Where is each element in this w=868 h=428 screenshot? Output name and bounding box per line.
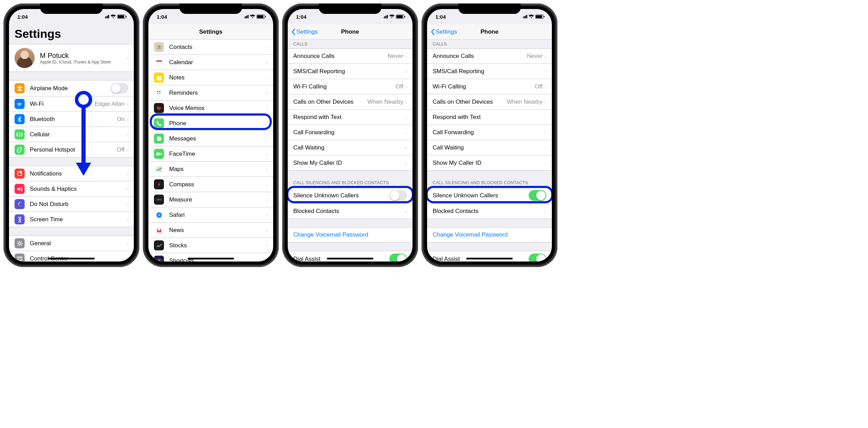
- row-sms[interactable]: SMS/Call Reporting›: [288, 64, 413, 79]
- dial-assist-toggle[interactable]: [529, 254, 546, 262]
- row-compass[interactable]: Compass›: [148, 177, 273, 192]
- svg-rect-5: [17, 259, 19, 261]
- svg-point-2: [19, 242, 21, 245]
- row-announce[interactable]: Announce CallsNever›: [288, 49, 413, 64]
- home-indicator[interactable]: [327, 258, 373, 259]
- row-sounds[interactable]: Sounds & Haptics›: [9, 181, 134, 197]
- compass-icon: [154, 179, 164, 189]
- row-news[interactable]: News›: [148, 223, 273, 238]
- row-dnd[interactable]: Do Not Disturb›: [9, 197, 134, 212]
- row-messages[interactable]: Messages›: [148, 131, 273, 146]
- row-announce[interactable]: Announce CallsNever›: [427, 49, 552, 64]
- row-blocked[interactable]: Blocked Contacts›: [427, 204, 552, 219]
- row-airplane[interactable]: Airplane Mode: [9, 80, 134, 96]
- row-reminders[interactable]: Reminders›: [148, 85, 273, 101]
- svg-rect-23: [156, 199, 162, 201]
- row-other[interactable]: Calls on Other DevicesWhen Nearby›: [288, 94, 413, 110]
- row-label: Calendar: [169, 59, 266, 66]
- row-label: Compass: [169, 181, 266, 188]
- row-fwd[interactable]: Call Forwarding›: [427, 125, 552, 140]
- row-contacts[interactable]: Contacts›: [148, 40, 273, 55]
- row-vmemos[interactable]: Voice Memos›: [148, 101, 273, 116]
- row-wificall[interactable]: Wi-Fi CallingOff›: [288, 79, 413, 94]
- row-stocks[interactable]: Stocks›: [148, 238, 273, 253]
- row-wait[interactable]: Call Waiting›: [427, 140, 552, 155]
- back-button[interactable]: Settings: [291, 28, 318, 35]
- contacts-icon: [154, 42, 164, 52]
- back-button[interactable]: Settings: [431, 28, 457, 35]
- row-silence-unknown[interactable]: Silence Unknown Callers: [427, 187, 552, 204]
- screen-3: 1:04 Settings Phone CALLSAnnounce CallsN…: [288, 9, 413, 262]
- row-phone[interactable]: Phone›: [148, 116, 273, 131]
- silence-unknown-toggle[interactable]: [389, 190, 407, 201]
- row-fwd[interactable]: Call Forwarding›: [288, 125, 413, 140]
- phone-settings-list[interactable]: CALLSAnnounce CallsNever›SMS/Call Report…: [288, 40, 413, 262]
- maps-icon: [154, 164, 164, 174]
- row-calendar[interactable]: Calendar›: [148, 55, 273, 70]
- safari-icon: [154, 210, 164, 220]
- row-notifications[interactable]: Notifications›: [9, 166, 134, 181]
- notes-icon: [154, 72, 164, 83]
- notch: [458, 3, 521, 14]
- row-notes[interactable]: Notes›: [148, 70, 273, 85]
- row-shortcuts[interactable]: Shortcuts›: [148, 253, 273, 262]
- phone-frame-2: 1:04 Settings Contacts›Calendar›Notes›Re…: [143, 3, 279, 267]
- wifi-icon: [250, 14, 255, 19]
- home-indicator[interactable]: [48, 258, 95, 259]
- row-dial-assist[interactable]: Dial Assist: [288, 251, 413, 262]
- row-bluetooth[interactable]: BluetoothOn›: [9, 112, 134, 127]
- calendar-icon: [154, 57, 164, 67]
- row-maps[interactable]: Maps›: [148, 162, 273, 177]
- row-change-vm-password[interactable]: Change Voicemail Password: [427, 227, 552, 242]
- row-measure[interactable]: Measure›: [148, 192, 273, 207]
- hotspot-icon: [15, 145, 25, 155]
- row-label: Calls on Other Devices: [433, 99, 506, 105]
- chevron-icon: ›: [127, 186, 128, 192]
- row-respond[interactable]: Respond with Text›: [427, 110, 552, 125]
- row-change-vm-password[interactable]: Change Voicemail Password: [288, 227, 413, 242]
- row-dial-assist[interactable]: Dial Assist: [427, 251, 552, 262]
- home-indicator[interactable]: [466, 258, 513, 259]
- row-hotspot[interactable]: Personal HotspotOff›: [9, 142, 134, 157]
- chevron-icon: ›: [405, 99, 407, 105]
- row-general[interactable]: General›: [9, 236, 134, 251]
- row-wificall[interactable]: Wi-Fi CallingOff›: [427, 79, 552, 94]
- dial-assist-toggle[interactable]: [389, 254, 407, 262]
- row-label: Screen Time: [30, 216, 127, 223]
- settings-list[interactable]: Settings M Potuck Apple ID, iCloud, iTun…: [9, 24, 134, 262]
- silence-unknown-toggle[interactable]: [529, 190, 546, 201]
- row-respond[interactable]: Respond with Text›: [288, 110, 413, 125]
- row-wifi[interactable]: Wi-FiEdgar Allan›: [9, 96, 134, 112]
- row-cid[interactable]: Show My Caller ID›: [427, 155, 552, 171]
- chevron-icon: ›: [266, 60, 268, 65]
- row-value: On: [117, 116, 125, 123]
- settings-list[interactable]: Contacts›Calendar›Notes›Reminders›Voice …: [148, 40, 273, 262]
- row-silence-unknown[interactable]: Silence Unknown Callers: [288, 187, 413, 204]
- row-wait[interactable]: Call Waiting›: [288, 140, 413, 155]
- calls-header: CALLS: [427, 40, 552, 49]
- row-label: Respond with Text: [293, 114, 405, 121]
- row-facetime[interactable]: FaceTime›: [148, 146, 273, 162]
- row-label: Blocked Contacts: [433, 208, 545, 215]
- phone-frame-4: 1:04 Settings Phone CALLSAnnounce CallsN…: [422, 3, 557, 267]
- row-other[interactable]: Calls on Other DevicesWhen Nearby›: [427, 94, 552, 110]
- chevron-icon: ›: [545, 99, 546, 105]
- row-label: FaceTime: [169, 151, 266, 157]
- row-screentime[interactable]: Screen Time›: [9, 212, 134, 227]
- row-blocked[interactable]: Blocked Contacts›: [288, 204, 413, 219]
- row-sms[interactable]: SMS/Call Reporting›: [427, 64, 552, 79]
- cellular-icon: [15, 129, 25, 139]
- notch: [40, 3, 103, 14]
- nav-bar: Settings Phone: [427, 24, 552, 40]
- battery-icon: [117, 15, 125, 19]
- screen-2: 1:04 Settings Contacts›Calendar›Notes›Re…: [148, 9, 273, 262]
- row-cid[interactable]: Show My Caller ID›: [288, 155, 413, 171]
- row-cellular[interactable]: Cellular›: [9, 127, 134, 142]
- row-cc[interactable]: Control Center›: [9, 251, 134, 262]
- home-indicator[interactable]: [188, 258, 234, 259]
- airplane-toggle[interactable]: [111, 83, 128, 94]
- profile-row[interactable]: M Potuck Apple ID, iCloud, iTunes & App …: [9, 44, 134, 72]
- row-safari[interactable]: Safari›: [148, 207, 273, 223]
- chevron-icon: ›: [405, 69, 407, 74]
- phone-settings-list[interactable]: CALLSAnnounce CallsNever›SMS/Call Report…: [427, 40, 552, 262]
